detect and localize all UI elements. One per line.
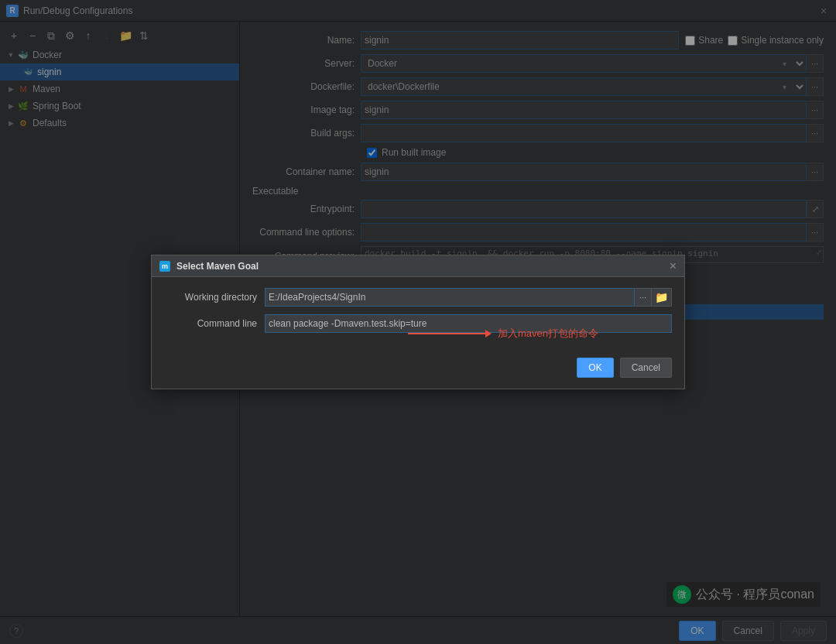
modal-command-line-label: Command line [164,318,265,329]
modal-title-bar: m Select Maven Goal × [152,255,684,277]
modal-title: Select Maven Goal [176,261,259,272]
arrow-line [408,333,485,334]
modal-body: Working directory ··· 📁 Command line 加入m… [152,277,684,351]
modal-working-dir-ellipsis-button[interactable]: ··· [635,288,652,307]
modal-command-line-input[interactable] [265,314,672,333]
modal-icon: m [159,261,170,272]
modal-working-dir-folder-button[interactable]: 📁 [652,288,672,307]
modal-ok-button[interactable]: OK [577,358,613,378]
modal-working-dir-row: Working directory ··· 📁 [164,288,672,307]
modal-footer: OK Cancel [152,351,684,389]
modal-command-line-row: Command line [164,314,672,333]
modal-working-dir-label: Working directory [164,292,265,303]
modal-working-dir-input[interactable] [265,288,635,307]
modal-close-button[interactable]: × [670,260,677,272]
select-maven-goal-modal: m Select Maven Goal × Working directory … [151,255,685,389]
modal-cancel-button[interactable]: Cancel [620,358,672,378]
modal-overlay: m Select Maven Goal × Working directory … [0,0,836,644]
